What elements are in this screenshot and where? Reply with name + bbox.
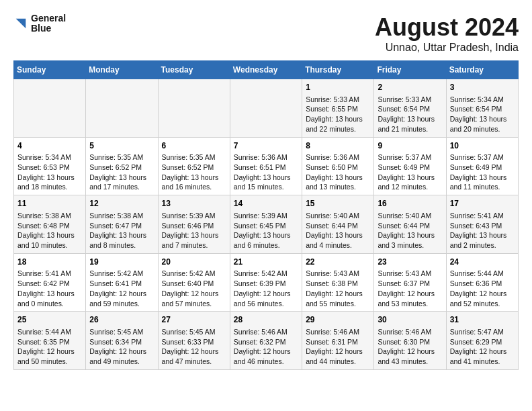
cell-info: Sunset: 6:54 PM — [378, 104, 442, 114]
week-row-3: 11Sunrise: 5:38 AMSunset: 6:48 PMDayligh… — [14, 195, 519, 254]
logo: General Blue — [13, 13, 66, 34]
cell-info: Daylight: 13 hours — [450, 230, 515, 240]
day-number: 31 — [450, 314, 515, 326]
calendar-cell: 23Sunrise: 5:43 AMSunset: 6:37 PMDayligh… — [374, 253, 446, 312]
cell-info: Sunrise: 5:38 AM — [89, 211, 154, 221]
calendar-cell: 17Sunrise: 5:41 AMSunset: 6:43 PMDayligh… — [446, 195, 518, 254]
svg-marker-0 — [16, 19, 26, 29]
calendar-cell: 31Sunrise: 5:47 AMSunset: 6:29 PMDayligh… — [446, 312, 518, 370]
day-number: 1 — [306, 82, 370, 93]
cell-info: and 50 minutes. — [17, 357, 82, 367]
cell-info: Sunrise: 5:35 AM — [89, 152, 154, 163]
cell-info: Daylight: 13 hours — [450, 173, 515, 183]
cell-info: Sunrise: 5:41 AM — [17, 269, 82, 279]
cell-info: and 20 minutes. — [450, 124, 515, 134]
cell-info: Sunset: 6:52 PM — [162, 163, 226, 173]
cell-info: Sunset: 6:34 PM — [89, 337, 154, 347]
cell-info: Sunset: 6:49 PM — [450, 163, 515, 173]
cell-info: and 15 minutes. — [234, 182, 298, 192]
cell-info: Sunset: 6:39 PM — [234, 279, 298, 289]
subtitle: Unnao, Uttar Pradesh, India — [375, 42, 519, 54]
day-number: 4 — [17, 140, 82, 152]
cell-info: and 12 minutes. — [378, 182, 442, 192]
cell-info: Sunrise: 5:34 AM — [17, 152, 82, 163]
day-number: 27 — [162, 314, 226, 326]
cell-info: Sunrise: 5:36 AM — [306, 152, 370, 163]
calendar-cell: 11Sunrise: 5:38 AMSunset: 6:48 PMDayligh… — [14, 195, 86, 254]
cell-info: and 49 minutes. — [89, 357, 154, 367]
cell-info: Daylight: 12 hours — [89, 347, 154, 357]
cell-info: and 43 minutes. — [378, 357, 442, 367]
cell-info: Sunset: 6:36 PM — [450, 279, 515, 289]
cell-info: Sunrise: 5:40 AM — [306, 211, 370, 221]
cell-info: and 10 minutes. — [17, 240, 82, 250]
calendar-cell: 9Sunrise: 5:37 AMSunset: 6:49 PMDaylight… — [374, 137, 446, 195]
cell-info: and 57 minutes. — [162, 299, 226, 309]
cell-info: and 11 minutes. — [450, 182, 515, 192]
cell-info: Sunrise: 5:39 AM — [162, 211, 226, 221]
logo-text: General Blue — [31, 13, 66, 34]
logo-line1: General — [31, 13, 66, 24]
cell-info: Daylight: 12 hours — [450, 289, 515, 299]
weekday-header-sunday: Sunday — [14, 61, 86, 79]
day-number: 22 — [306, 257, 370, 268]
cell-info: and 6 minutes. — [234, 240, 298, 250]
cell-info: Sunrise: 5:43 AM — [306, 269, 370, 279]
cell-info: and 3 minutes. — [378, 240, 442, 250]
cell-info: and 8 minutes. — [89, 240, 154, 250]
cell-info: Daylight: 13 hours — [162, 230, 226, 240]
cell-info: Sunset: 6:44 PM — [306, 221, 370, 231]
cell-info: Sunset: 6:45 PM — [234, 221, 298, 231]
day-number: 15 — [306, 198, 370, 210]
calendar-cell: 6Sunrise: 5:35 AMSunset: 6:52 PMDaylight… — [158, 137, 230, 195]
cell-info: Daylight: 12 hours — [234, 347, 298, 357]
cell-info: Sunrise: 5:38 AM — [17, 211, 82, 221]
cell-info: Daylight: 13 hours — [378, 230, 442, 240]
cell-info: Sunset: 6:32 PM — [234, 337, 298, 347]
cell-info: Daylight: 13 hours — [306, 114, 370, 124]
weekday-header-monday: Monday — [86, 61, 158, 79]
cell-info: and 0 minutes. — [17, 299, 82, 309]
cell-info: Sunrise: 5:37 AM — [378, 152, 442, 163]
cell-info: Sunrise: 5:36 AM — [234, 152, 298, 163]
day-number: 3 — [450, 82, 515, 93]
cell-info: and 47 minutes. — [162, 357, 226, 367]
weekday-header-tuesday: Tuesday — [158, 61, 230, 79]
day-number: 2 — [378, 82, 442, 93]
cell-info: Sunrise: 5:46 AM — [234, 327, 298, 337]
cell-info: Daylight: 13 hours — [89, 230, 154, 240]
week-row-4: 18Sunrise: 5:41 AMSunset: 6:42 PMDayligh… — [14, 253, 519, 312]
cell-info: Sunrise: 5:42 AM — [234, 269, 298, 279]
cell-info: Daylight: 13 hours — [378, 114, 442, 124]
cell-info: Daylight: 12 hours — [306, 289, 370, 299]
calendar-cell: 24Sunrise: 5:44 AMSunset: 6:36 PMDayligh… — [446, 253, 518, 312]
cell-info: Sunrise: 5:44 AM — [450, 269, 515, 279]
cell-info: and 4 minutes. — [306, 240, 370, 250]
cell-info: Sunrise: 5:35 AM — [162, 152, 226, 163]
cell-info: and 41 minutes. — [450, 357, 515, 367]
day-number: 28 — [234, 314, 298, 326]
cell-info: Daylight: 13 hours — [234, 230, 298, 240]
cell-info: Daylight: 13 hours — [17, 289, 82, 299]
calendar-cell: 2Sunrise: 5:33 AMSunset: 6:54 PMDaylight… — [374, 79, 446, 138]
calendar-cell: 25Sunrise: 5:44 AMSunset: 6:35 PMDayligh… — [14, 312, 86, 370]
cell-info: Sunrise: 5:33 AM — [378, 95, 442, 105]
cell-info: Sunset: 6:30 PM — [378, 337, 442, 347]
calendar-cell: 19Sunrise: 5:42 AMSunset: 6:41 PMDayligh… — [86, 253, 158, 312]
weekday-header-saturday: Saturday — [446, 61, 518, 79]
day-number: 25 — [17, 314, 82, 326]
weekday-header-thursday: Thursday — [302, 61, 374, 79]
cell-info: Sunset: 6:44 PM — [378, 221, 442, 231]
cell-info: Daylight: 13 hours — [234, 173, 298, 183]
cell-info: Sunset: 6:51 PM — [234, 163, 298, 173]
day-number: 8 — [306, 140, 370, 152]
cell-info: and 44 minutes. — [306, 357, 370, 367]
calendar-cell: 29Sunrise: 5:46 AMSunset: 6:31 PMDayligh… — [302, 312, 374, 370]
day-number: 23 — [378, 257, 442, 268]
cell-info: Daylight: 12 hours — [378, 347, 442, 357]
day-number: 6 — [162, 140, 226, 152]
day-number: 29 — [306, 314, 370, 326]
cell-info: Sunrise: 5:33 AM — [306, 95, 370, 105]
cell-info: Sunrise: 5:42 AM — [162, 269, 226, 279]
day-number: 21 — [234, 257, 298, 268]
